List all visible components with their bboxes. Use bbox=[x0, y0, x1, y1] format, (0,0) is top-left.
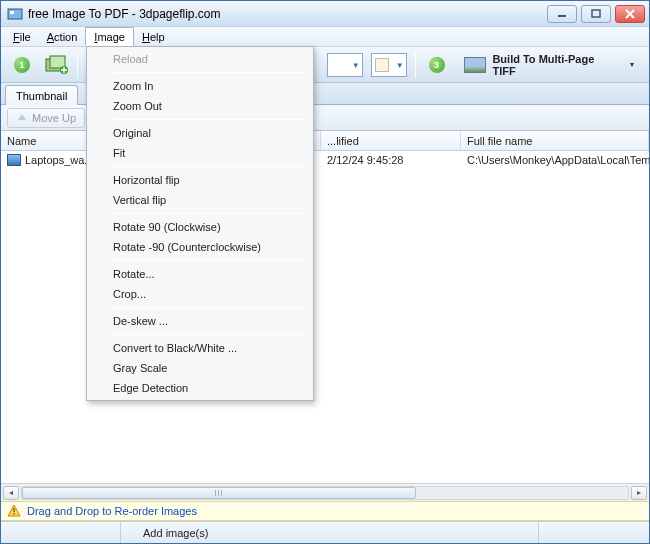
status-bar: Add image(s) bbox=[1, 521, 649, 543]
svg-rect-7 bbox=[50, 56, 65, 68]
cell-name: Laptops_wa... bbox=[25, 154, 94, 166]
app-window: free Image To PDF - 3dpageflip.com File … bbox=[0, 0, 650, 544]
menu-separator bbox=[113, 213, 309, 214]
title-text: free Image To PDF - 3dpageflip.com bbox=[28, 7, 547, 21]
menu-reload: Reload bbox=[89, 49, 311, 69]
badge-3-icon: 3 bbox=[429, 57, 445, 73]
scroll-thumb[interactable] bbox=[22, 487, 416, 499]
menu-zoom-in[interactable]: Zoom In bbox=[89, 76, 311, 96]
hint-text: Drag and Drop to Re-order Images bbox=[27, 505, 197, 517]
menu-gray[interactable]: Gray Scale bbox=[89, 358, 311, 378]
minimize-button[interactable] bbox=[547, 5, 577, 23]
menu-deskew[interactable]: De-skew ... bbox=[89, 311, 311, 331]
scroll-left-button[interactable]: ◂ bbox=[3, 486, 19, 500]
badge-1-icon: 1 bbox=[14, 57, 30, 73]
move-up-button[interactable]: Move Up bbox=[7, 108, 85, 128]
menu-action[interactable]: Action bbox=[39, 27, 86, 46]
menu-rot90cw[interactable]: Rotate 90 (Clockwise) bbox=[89, 217, 311, 237]
svg-rect-12 bbox=[13, 513, 14, 514]
menu-hflip[interactable]: Horizontal flip bbox=[89, 170, 311, 190]
scroll-track[interactable] bbox=[21, 486, 629, 500]
status-add-images: Add image(s) bbox=[121, 522, 539, 543]
step3-button[interactable]: 3 bbox=[424, 52, 450, 78]
cell-fullname: C:\Users\Monkey\AppData\Local\Temp bbox=[461, 151, 649, 168]
move-up-label: Move Up bbox=[32, 112, 76, 124]
svg-rect-1 bbox=[10, 11, 14, 14]
color-swatch-icon bbox=[375, 58, 389, 72]
maximize-button[interactable] bbox=[581, 5, 611, 23]
menu-separator bbox=[113, 307, 309, 308]
combo-1[interactable]: ▼ bbox=[327, 53, 363, 77]
image-file-icon bbox=[7, 154, 21, 166]
step1-button[interactable]: 1 bbox=[9, 52, 35, 78]
menu-zoom-out[interactable]: Zoom Out bbox=[89, 96, 311, 116]
warning-icon bbox=[7, 505, 21, 517]
menu-original[interactable]: Original bbox=[89, 123, 311, 143]
arrow-up-icon bbox=[16, 112, 28, 124]
horizontal-scrollbar[interactable]: ◂ ▸ bbox=[1, 483, 649, 501]
menu-edge[interactable]: Edge Detection bbox=[89, 378, 311, 398]
hint-bar: Drag and Drop to Re-order Images bbox=[1, 501, 649, 521]
menu-image[interactable]: Image bbox=[85, 27, 134, 46]
menu-help[interactable]: Help bbox=[134, 27, 173, 46]
menu-bw[interactable]: Convert to Black/White ... bbox=[89, 338, 311, 358]
cell-modified: 2/12/24 9:45:28 bbox=[321, 151, 461, 168]
titlebar: free Image To PDF - 3dpageflip.com bbox=[1, 1, 649, 27]
svg-rect-3 bbox=[592, 10, 600, 17]
build-button[interactable]: Build To Multi-Page TIFF ▾ bbox=[457, 49, 641, 81]
toolbar-separator bbox=[415, 52, 416, 78]
menu-fit[interactable]: Fit bbox=[89, 143, 311, 163]
svg-rect-11 bbox=[13, 508, 14, 512]
app-icon bbox=[7, 6, 23, 22]
menubar: File Action Image Help bbox=[1, 27, 649, 47]
col-modified[interactable]: ...lified bbox=[321, 131, 461, 150]
tab-thumbnail[interactable]: Thumbnail bbox=[5, 85, 78, 105]
window-buttons bbox=[547, 5, 645, 23]
menu-vflip[interactable]: Vertical flip bbox=[89, 190, 311, 210]
add-image-button[interactable] bbox=[43, 52, 69, 78]
chevron-down-icon: ▼ bbox=[396, 60, 404, 69]
menu-separator bbox=[113, 260, 309, 261]
build-label: Build To Multi-Page TIFF bbox=[492, 53, 620, 77]
scroll-right-button[interactable]: ▸ bbox=[631, 486, 647, 500]
menu-separator bbox=[113, 119, 309, 120]
col-fullname[interactable]: Full file name bbox=[461, 131, 649, 150]
menu-separator bbox=[113, 334, 309, 335]
toolbar-separator bbox=[77, 52, 78, 78]
menu-separator bbox=[113, 72, 309, 73]
image-menu-dropdown: Reload Zoom In Zoom Out Original Fit Hor… bbox=[86, 46, 314, 401]
add-image-icon bbox=[44, 54, 68, 76]
menu-crop[interactable]: Crop... bbox=[89, 284, 311, 304]
menu-rot90ccw[interactable]: Rotate -90 (Counterclockwise) bbox=[89, 237, 311, 257]
picture-icon bbox=[464, 57, 486, 73]
close-button[interactable] bbox=[615, 5, 645, 23]
status-cell-right bbox=[539, 522, 649, 543]
chevron-down-icon: ▾ bbox=[630, 60, 634, 69]
status-cell-left bbox=[1, 522, 121, 543]
menu-file[interactable]: File bbox=[5, 27, 39, 46]
menu-separator bbox=[113, 166, 309, 167]
chevron-down-icon: ▼ bbox=[352, 60, 360, 69]
menu-rotate[interactable]: Rotate... bbox=[89, 264, 311, 284]
color-combo[interactable]: ▼ bbox=[371, 53, 407, 77]
